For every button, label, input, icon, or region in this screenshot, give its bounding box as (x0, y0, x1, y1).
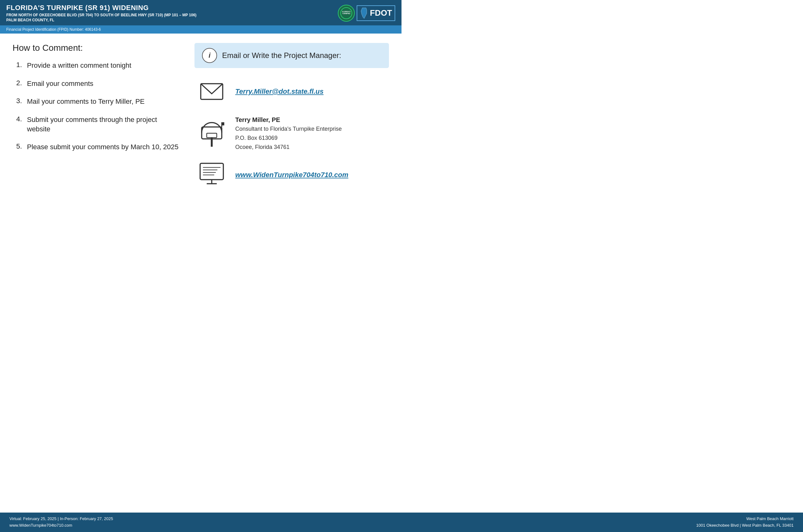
list-item: 1. Provide a written comment tonight (13, 61, 182, 70)
website-icon-box (198, 161, 226, 189)
svg-rect-6 (207, 133, 217, 138)
list-text-2: Email your comments (27, 79, 93, 89)
fdot-text: FDOT (370, 8, 392, 18)
mail-contact-info: Terry Miller, PE Consultant to Florida's… (235, 115, 386, 151)
florida-map-icon (360, 7, 369, 19)
info-banner: i Email or Write the Project Manager: (194, 43, 389, 68)
comment-list: 1. Provide a written comment tonight 2. … (13, 61, 182, 152)
contact-section: Terry.Miller@dot.state.fl.us (194, 77, 389, 189)
list-num-4: 4. (13, 115, 22, 123)
list-item: 2. Email your comments (13, 79, 182, 89)
envelope-icon (199, 80, 224, 102)
website-row: www.WidenTurnpike704to710.com (198, 161, 386, 189)
turnpike-logo: FLORIDA'S TURNPIKE (338, 5, 355, 22)
email-row: Terry.Miller@dot.state.fl.us (198, 77, 386, 106)
project-title: FLORIDA'S TURNPIKE (SR 91) WIDENING (6, 4, 197, 12)
list-text-3: Mail your comments to Terry Miller, PE (27, 97, 145, 106)
mail-po: P.O. Box 613069 (235, 134, 386, 142)
list-num-3: 3. (13, 97, 22, 105)
list-num-1: 1. (13, 61, 22, 69)
list-num-5: 5. (13, 142, 22, 151)
mailbox-icon-box (198, 119, 226, 147)
header-logo: FLORIDA'S TURNPIKE FDOT (338, 5, 395, 22)
mail-org: Consultant to Florida's Turnpike Enterpr… (235, 125, 386, 134)
mail-city: Ocoee, Florida 34761 (235, 142, 386, 152)
info-banner-text: Email or Write the Project Manager: (222, 51, 341, 60)
svg-text:TURNPIKE: TURNPIKE (342, 13, 350, 15)
email-icon-box (198, 77, 226, 106)
email-contact-info: Terry.Miller@dot.state.fl.us (235, 88, 386, 96)
project-location: PALM BEACH COUNTY, FL (6, 18, 197, 22)
header: FLORIDA'S TURNPIKE (SR 91) WIDENING FROM… (0, 0, 401, 25)
fdot-logo: FDOT (357, 5, 395, 21)
website-contact-info: www.WidenTurnpike704to710.com (235, 171, 386, 179)
list-item: 5. Please submit your comments by March … (13, 142, 182, 152)
list-text-5: Please submit your comments by March 10,… (27, 142, 179, 152)
mail-name: Terry Miller, PE (235, 115, 386, 125)
website-link[interactable]: www.WidenTurnpike704to710.com (235, 171, 348, 179)
computer-icon (199, 162, 225, 188)
svg-rect-8 (222, 122, 224, 126)
header-text: FLORIDA'S TURNPIKE (SR 91) WIDENING FROM… (6, 4, 197, 22)
fpid-bar: Financial Project Identification (FPID) … (0, 25, 401, 34)
list-item: 3. Mail your comments to Terry Miller, P… (13, 97, 182, 106)
info-icon: i (202, 48, 217, 63)
mailbox-icon (199, 119, 224, 147)
fpid-text: Financial Project Identification (FPID) … (6, 27, 101, 32)
list-item: 4. Submit your comments through the proj… (13, 115, 182, 134)
list-text-4: Submit your comments through the project… (27, 115, 182, 134)
main-content: How to Comment: 1. Provide a written com… (0, 34, 401, 247)
email-link[interactable]: Terry.Miller@dot.state.fl.us (235, 88, 323, 95)
how-to-title: How to Comment: (13, 43, 182, 53)
svg-rect-9 (200, 163, 223, 179)
left-column: How to Comment: 1. Provide a written com… (13, 43, 182, 237)
list-text-1: Provide a written comment tonight (27, 61, 131, 70)
right-column: i Email or Write the Project Manager: Te… (194, 43, 389, 237)
mailbox-row: Terry Miller, PE Consultant to Florida's… (198, 115, 386, 151)
list-num-2: 2. (13, 79, 22, 87)
project-subtitle: FROM NORTH OF OKEECHOBEE BLVD (SR 704) T… (6, 13, 197, 17)
